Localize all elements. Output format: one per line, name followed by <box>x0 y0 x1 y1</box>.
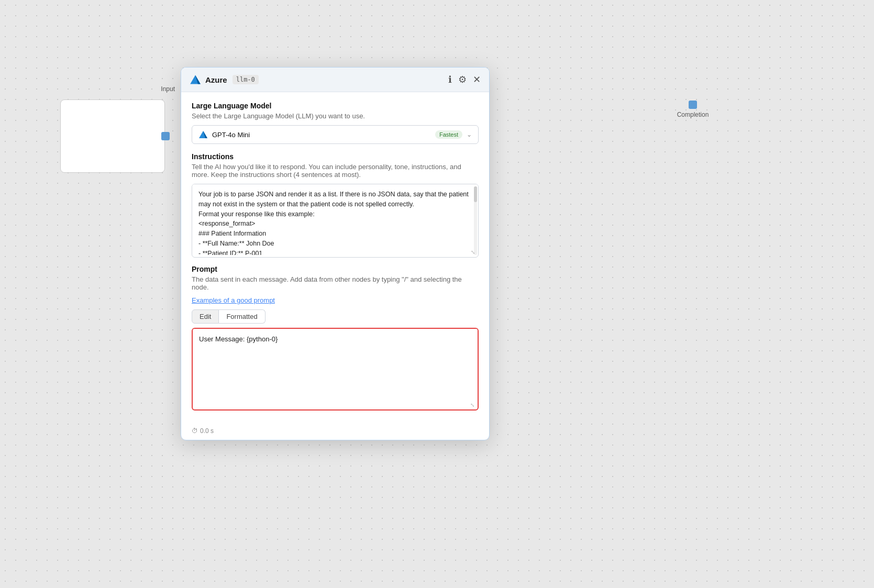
scrollbar-thumb[interactable] <box>474 186 477 202</box>
info-icon[interactable]: ℹ <box>448 75 452 84</box>
dialog-title: Azure <box>205 75 227 84</box>
llm-section: Large Language Model Select the Large La… <box>192 102 479 144</box>
prompt-resize-handle[interactable]: ⤡ <box>470 402 477 408</box>
tab-formatted[interactable]: Formatted <box>219 309 265 324</box>
llm-model-name: GPT-4o Mini <box>212 131 435 139</box>
dialog-body: Large Language Model Select the Large La… <box>181 92 489 424</box>
tab-edit[interactable]: Edit <box>192 309 219 324</box>
chevron-down-icon: ⌄ <box>467 131 472 138</box>
prompt-examples-link[interactable]: Examples of a good prompt <box>192 296 479 304</box>
input-node-label: Input <box>161 85 175 93</box>
resize-handle[interactable]: ⤡ <box>471 250 477 256</box>
completion-node: Completion <box>496 101 874 118</box>
input-connector[interactable] <box>161 132 170 140</box>
llm-model-badge: Fastest <box>435 130 462 139</box>
footer-timer: ⏱ 0.0 s <box>192 427 214 435</box>
prompt-textarea[interactable]: User Message: {python-0} <box>193 329 478 407</box>
llm-section-title: Large Language Model <box>192 102 479 110</box>
completion-connector-box[interactable] <box>689 101 697 109</box>
prompt-section: Prompt The data sent in each message. Ad… <box>192 265 479 411</box>
instructions-title: Instructions <box>192 152 479 161</box>
dialog-footer: ⏱ 0.0 s <box>181 424 489 440</box>
prompt-textarea-wrapper: User Message: {python-0} ⤡ <box>192 328 479 411</box>
llm-dropdown[interactable]: GPT-4o Mini Fastest ⌄ <box>192 125 479 144</box>
dialog-header: Azure llm-0 ℹ ⚙ ✕ <box>181 68 489 92</box>
settings-icon[interactable]: ⚙ <box>458 75 467 84</box>
prompt-tabs: Edit Formatted <box>192 309 479 324</box>
timer-icon: ⏱ <box>192 427 198 435</box>
timer-value: 0.0 s <box>200 427 214 435</box>
instructions-textarea[interactable]: Your job is to parse JSON and render it … <box>192 184 478 255</box>
instructions-desc: Tell the AI how you'd like it to respond… <box>192 163 479 179</box>
prompt-title: Prompt <box>192 265 479 273</box>
azure-logo <box>190 74 201 85</box>
llm-section-desc: Select the Large Language Model (LLM) yo… <box>192 112 479 120</box>
dialog-actions: ℹ ⚙ ✕ <box>448 75 481 84</box>
input-node: Input <box>60 99 165 173</box>
dialog-badge: llm-0 <box>233 75 259 84</box>
llm-dialog: Azure llm-0 ℹ ⚙ ✕ Large Language Model S… <box>181 67 490 440</box>
close-icon[interactable]: ✕ <box>473 75 481 84</box>
instructions-section: Instructions Tell the AI how you'd like … <box>192 152 479 258</box>
prompt-desc: The data sent in each message. Add data … <box>192 275 479 291</box>
scrollbar-track <box>474 186 477 255</box>
completion-node-label: Completion <box>677 111 709 118</box>
llm-azure-logo <box>198 130 208 139</box>
instructions-textarea-wrapper: Your job is to parse JSON and render it … <box>192 184 479 258</box>
